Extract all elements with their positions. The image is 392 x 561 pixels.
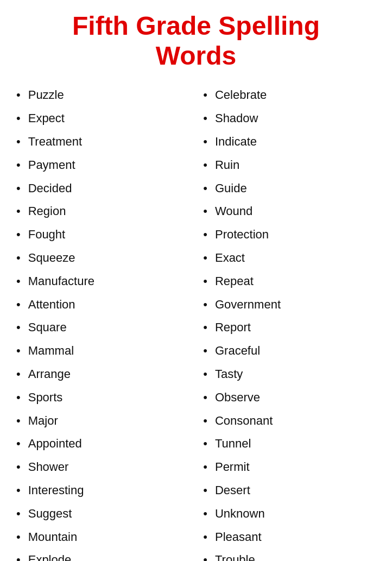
list-item: Unknown: [203, 502, 376, 526]
list-item: Squeeze: [16, 247, 189, 270]
list-item: Report: [203, 316, 376, 339]
list-item: Exact: [203, 247, 376, 270]
list-item: Shower: [16, 456, 189, 479]
list-item: Celebrate: [203, 84, 376, 107]
words-container: PuzzleExpectTreatmentPaymentDecidedRegio…: [16, 84, 376, 561]
list-item: Desert: [203, 479, 376, 502]
list-item: Consonant: [203, 409, 376, 433]
list-item: Government: [203, 293, 376, 317]
list-item: Suggest: [16, 502, 189, 526]
left-word-column: PuzzleExpectTreatmentPaymentDecidedRegio…: [16, 84, 189, 561]
list-item: Wound: [203, 200, 376, 223]
list-item: Expect: [16, 107, 189, 130]
list-item: Region: [16, 200, 189, 223]
list-item: Decided: [16, 177, 189, 200]
list-item: Shadow: [203, 107, 376, 130]
list-item: Graceful: [203, 339, 376, 363]
list-item: Payment: [16, 154, 189, 177]
right-word-column: CelebrateShadowIndicateRuinGuideWoundPro…: [203, 84, 376, 561]
list-item: Major: [16, 409, 189, 433]
list-item: Ruin: [203, 154, 376, 177]
list-item: Protection: [203, 223, 376, 247]
page-title: Fifth Grade Spelling Words: [16, 11, 376, 71]
list-item: Sports: [16, 386, 189, 409]
list-item: Interesting: [16, 479, 189, 502]
list-item: Appointed: [16, 432, 189, 456]
list-item: Repeat: [203, 270, 376, 293]
main-content: Fifth Grade Spelling Words PuzzleExpectT…: [0, 0, 392, 561]
list-item: Puzzle: [16, 84, 189, 107]
list-item: Treatment: [16, 130, 189, 154]
list-item: Indicate: [203, 130, 376, 154]
list-item: Attention: [16, 293, 189, 317]
list-item: Manufacture: [16, 270, 189, 293]
list-item: Pleasant: [203, 526, 376, 549]
list-item: Tasty: [203, 363, 376, 386]
list-item: Square: [16, 316, 189, 339]
list-item: Observe: [203, 386, 376, 409]
list-item: Permit: [203, 456, 376, 479]
list-item: Guide: [203, 177, 376, 200]
list-item: Arrange: [16, 363, 189, 386]
list-item: Mountain: [16, 526, 189, 549]
list-item: Tunnel: [203, 432, 376, 456]
list-item: Explode: [16, 549, 189, 561]
list-item: Mammal: [16, 339, 189, 363]
list-item: Fought: [16, 223, 189, 247]
list-item: Trouble: [203, 549, 376, 561]
